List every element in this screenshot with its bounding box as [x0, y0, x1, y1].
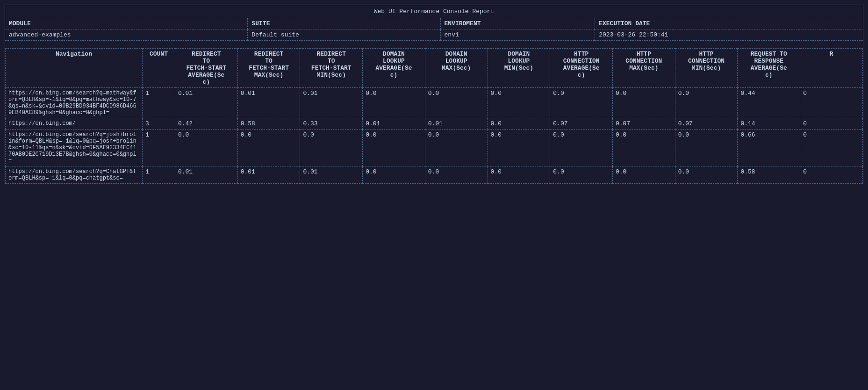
meta-header-row: MODULE SUITE ENVIROMENT EXECUTION DATE: [5, 18, 863, 29]
metric-cell: 0.0: [425, 130, 488, 166]
metric-cell: 0.07: [550, 118, 613, 130]
count-cell: 1: [142, 130, 175, 166]
th-r: R: [800, 49, 863, 88]
report-container: Web UI Performance Console Report MODULE…: [5, 5, 863, 184]
metric-cell: 0.0: [488, 130, 550, 166]
main-table: Navigation COUNT REDIRECT TO FETCH-START…: [5, 48, 863, 184]
metric-cell: 0.58: [738, 166, 800, 184]
metric-cell: 0.01: [237, 88, 300, 118]
metric-cell: 0.0: [425, 88, 488, 118]
count-cell: 1: [142, 166, 175, 184]
table-header-row: Navigation COUNT REDIRECT TO FETCH-START…: [6, 49, 863, 88]
url-cell: https://cn.bing.com/: [6, 118, 143, 130]
metric-cell: 0.01: [237, 166, 300, 184]
metric-cell: 0.01: [363, 118, 425, 130]
table-row: https://cn.bing.com/search?q=ChatGPT&for…: [6, 166, 863, 184]
metric-cell: 0: [800, 118, 863, 130]
metric-cell: 0.0: [675, 130, 738, 166]
metric-cell: 0.0: [550, 130, 613, 166]
th-req-avg: REQUEST TO RESPONSE AVERAGE(Se c): [738, 49, 800, 88]
metric-cell: 0.14: [738, 118, 800, 130]
metric-cell: 0.0: [363, 88, 425, 118]
metric-cell: 0.0: [488, 166, 550, 184]
th-redirect-min: REDIRECT TO FETCH-START MIN(Sec): [300, 49, 363, 88]
meta-header-suite: SUITE: [248, 18, 440, 29]
table-row: https://cn.bing.com/search?q=mathway&for…: [6, 88, 863, 118]
metric-cell: 0.0: [363, 166, 425, 184]
th-http-avg: HTTP CONNECTION AVERAGE(Se c): [550, 49, 613, 88]
report-title: Web UI Performance Console Report: [5, 5, 863, 18]
th-http-max: HTTP CONNECTION MAX(Sec): [613, 49, 675, 88]
metric-cell: 0.58: [237, 118, 300, 130]
meta-header-module: MODULE: [5, 18, 248, 29]
metric-cell: 0.0: [488, 88, 550, 118]
url-cell: https://cn.bing.com/search?q=josh+brolin…: [6, 130, 143, 166]
th-domain-max: DOMAIN LOOKUP MAX(Sec): [425, 49, 488, 88]
th-redirect-max: REDIRECT TO FETCH-START MAX(Sec): [237, 49, 300, 88]
th-redirect-avg: REDIRECT TO FETCH-START AVERAGE(Se c): [175, 49, 237, 88]
metric-cell: 0.07: [675, 118, 738, 130]
url-cell: https://cn.bing.com/search?q=ChatGPT&for…: [6, 166, 143, 184]
metric-cell: 0.0: [613, 130, 675, 166]
metric-cell: 0: [800, 88, 863, 118]
metric-cell: 0.33: [300, 118, 363, 130]
metric-cell: 0.0: [675, 88, 738, 118]
metric-cell: 0: [800, 166, 863, 184]
metric-cell: 0.0: [300, 130, 363, 166]
metric-cell: 0.0: [425, 166, 488, 184]
meta-suite-value: Default suite: [248, 29, 440, 41]
metric-cell: 0.0: [613, 166, 675, 184]
count-cell: 3: [142, 118, 175, 130]
metric-cell: 0.0: [237, 130, 300, 166]
th-count: COUNT: [142, 49, 175, 88]
th-http-min: HTTP CONNECTION MIN(Sec): [675, 49, 738, 88]
metric-cell: 0.01: [300, 166, 363, 184]
meta-values-row: advanced-examples Default suite env1 202…: [5, 29, 863, 41]
metric-cell: 0.0: [550, 166, 613, 184]
metric-cell: 0: [800, 130, 863, 166]
table-row: https://cn.bing.com/search?q=josh+brolin…: [6, 130, 863, 166]
metric-cell: 0.0: [675, 166, 738, 184]
th-domain-avg: DOMAIN LOOKUP AVERAGE(Se c): [363, 49, 425, 88]
metric-cell: 0.01: [425, 118, 488, 130]
metric-cell: 0.01: [175, 166, 237, 184]
meta-header-date: EXECUTION DATE: [595, 18, 863, 29]
th-navigation: Navigation: [6, 49, 143, 88]
meta-module-value: advanced-examples: [5, 29, 248, 41]
meta-header-env: ENVIROMENT: [440, 18, 595, 29]
meta-table: MODULE SUITE ENVIROMENT EXECUTION DATE a…: [5, 18, 863, 41]
table-row: https://cn.bing.com/30.420.580.330.010.0…: [6, 118, 863, 130]
spacer: [5, 41, 863, 48]
metric-cell: 0.0: [175, 130, 237, 166]
meta-env-value: env1: [440, 29, 595, 41]
metric-cell: 0.42: [175, 118, 237, 130]
metric-cell: 0.01: [175, 88, 237, 118]
metric-cell: 0.0: [550, 88, 613, 118]
metric-cell: 0.66: [738, 130, 800, 166]
count-cell: 1: [142, 88, 175, 118]
metric-cell: 0.07: [613, 118, 675, 130]
metric-cell: 0.0: [363, 130, 425, 166]
metric-cell: 0.0: [488, 118, 550, 130]
metric-cell: 0.0: [613, 88, 675, 118]
meta-date-value: 2023-03-26 22:50:41: [595, 29, 863, 41]
th-domain-min: DOMAIN LOOKUP MIN(Sec): [488, 49, 550, 88]
url-cell: https://cn.bing.com/search?q=mathway&for…: [6, 88, 143, 118]
metric-cell: 0.44: [738, 88, 800, 118]
table-body: https://cn.bing.com/search?q=mathway&for…: [6, 88, 863, 184]
metric-cell: 0.01: [300, 88, 363, 118]
